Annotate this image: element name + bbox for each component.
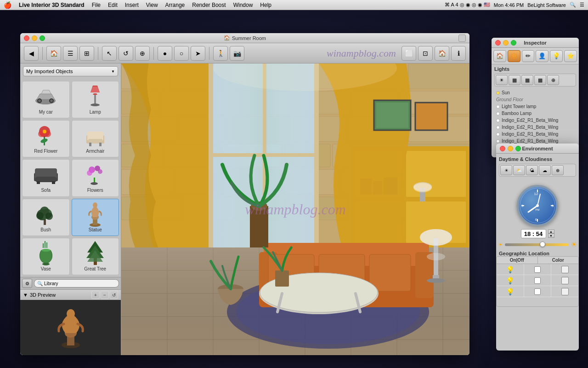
inspector-btn-bulb[interactable]: 💡 <box>550 50 563 62</box>
brightness-slider[interactable] <box>505 243 569 246</box>
object-item-great-tree[interactable]: Great Tree <box>72 238 119 275</box>
toolbar-person[interactable]: 🚶 <box>213 46 228 61</box>
preview-zoom-in[interactable]: + <box>91 291 100 299</box>
menu-insert[interactable]: Insert <box>125 2 139 8</box>
svg-text:6: 6 <box>535 218 537 222</box>
inspector-btn-house[interactable]: 🏠 <box>493 50 506 62</box>
toolbar-view2[interactable]: 🏠 <box>435 46 449 61</box>
lights-btn-plus[interactable]: ⊕ <box>547 75 559 85</box>
objects-dropdown[interactable]: My Imported Objects ▼ <box>23 66 118 76</box>
toolbar-info[interactable]: ℹ <box>451 46 466 61</box>
menu-help[interactable]: Help <box>260 2 271 8</box>
preview-zoom-out[interactable]: − <box>101 291 109 299</box>
toggle-1[interactable] <box>534 266 541 273</box>
object-item-lamp[interactable]: Lamp <box>72 81 119 118</box>
desktop: 🏠 Summer Room ◀ 🏠 ☰ ⊞ ↖ ↺ ⊕ ● ○ ➤ 🚶 📷 wi… <box>0 10 588 368</box>
toolbar-snap[interactable]: ⊕ <box>135 46 150 61</box>
inspector-btn-edit[interactable]: ✏ <box>522 50 535 62</box>
app-name[interactable]: Live Interior 3D Standard <box>19 2 85 8</box>
object-item-flowers[interactable]: Flowers <box>72 159 119 196</box>
env-close[interactable] <box>500 146 505 151</box>
object-item-statue[interactable]: Statue <box>72 199 119 236</box>
env-btn-day1[interactable]: ☀ <box>500 165 512 175</box>
time-stepper-down[interactable]: ▼ <box>548 234 554 238</box>
toggle-2[interactable] <box>534 277 541 284</box>
toolbar-list[interactable]: ☰ <box>63 46 78 61</box>
menu-view[interactable]: View <box>146 2 158 8</box>
svg-point-15 <box>43 130 46 133</box>
minimize-button[interactable] <box>32 35 37 41</box>
light-item-indigo-1[interactable]: Indigo_Ed2_R1_Beta_Wing <box>494 117 576 124</box>
color-swatch-3[interactable] <box>561 288 569 295</box>
toolbar-back[interactable]: ◀ <box>24 46 39 61</box>
window-resize[interactable] <box>458 34 466 42</box>
toolbar-select[interactable]: ↖ <box>102 46 117 61</box>
inspector-btn-star[interactable]: ⭐ <box>564 50 577 62</box>
svg-point-56 <box>67 309 75 318</box>
inspector-minimize[interactable] <box>503 40 509 46</box>
light-item-indigo-3[interactable]: Indigo_Ed2_R1_Beta_Wing <box>494 131 576 138</box>
light-item-indigo-2[interactable]: Indigo_Ed2_R1_Beta_Wing <box>494 124 576 131</box>
menubar-search-icon[interactable]: 🔍 <box>570 2 576 8</box>
lights-btn-sq1[interactable]: ▦ <box>509 75 520 85</box>
bulb-icon-3 <box>496 119 500 122</box>
slider-thumb[interactable] <box>540 242 545 247</box>
env-minimize[interactable] <box>508 146 513 151</box>
toolbar-3d-mode[interactable]: ⬜ <box>401 46 416 61</box>
lights-btn-sq2[interactable]: ▦ <box>521 75 533 85</box>
menu-render[interactable]: Render Boost <box>192 2 226 8</box>
close-button[interactable] <box>24 35 29 41</box>
object-thumb-my-car <box>32 83 60 109</box>
menu-arrange[interactable]: Arrange <box>165 2 185 8</box>
toolbar-arrow[interactable]: ➤ <box>191 46 205 61</box>
svg-rect-44 <box>45 241 45 248</box>
toolbar-sep3 <box>153 47 154 60</box>
env-btn-cloud3[interactable]: ☁ <box>539 165 551 175</box>
rsp-cell-color-3 <box>551 286 578 297</box>
time-stepper-up[interactable]: ▲ <box>548 230 554 234</box>
rsp-col-onoff: On|Off <box>497 257 538 264</box>
inspector-maximize[interactable] <box>511 40 516 46</box>
menubar-menu-icon[interactable]: ☰ <box>580 2 584 8</box>
lights-btn-sq3[interactable]: ▦ <box>534 75 546 85</box>
toolbar-circle[interactable]: ○ <box>174 46 189 61</box>
light-item-bamboo-lamp[interactable]: Bamboo Lamp <box>494 110 576 117</box>
object-item-my-car[interactable]: My car <box>22 81 70 118</box>
object-item-vase[interactable]: Vase <box>22 238 70 275</box>
object-item-red-flower[interactable]: Red Flower <box>22 120 70 157</box>
toolbar-grid[interactable]: ⊞ <box>79 46 94 61</box>
apple-menu[interactable]: 🍎 <box>4 1 11 9</box>
preview-header[interactable]: ▼ 3D Preview + − ↺ <box>20 290 121 300</box>
app-toolbar: ◀ 🏠 ☰ ⊞ ↖ ↺ ⊕ ● ○ ➤ 🚶 📷 winampblog.com ⬜… <box>20 43 469 63</box>
light-item-tower-lamp[interactable]: Light Tower lamp <box>494 103 576 110</box>
toolbar-dot[interactable]: ● <box>158 46 172 61</box>
time-input[interactable] <box>521 229 546 238</box>
object-item-sofa[interactable]: Sofa <box>22 159 70 196</box>
settings-icon[interactable]: ⚙ <box>22 279 32 288</box>
object-item-bush[interactable]: Bush <box>22 199 70 236</box>
toolbar-view1[interactable]: ⊡ <box>418 46 433 61</box>
inspector-btn-sun[interactable]: 🔆 <box>508 50 520 62</box>
toolbar-rotate[interactable]: ↺ <box>119 46 133 61</box>
menu-file[interactable]: File <box>92 2 101 8</box>
color-swatch-2[interactable] <box>561 277 569 284</box>
preview-refresh[interactable]: ↺ <box>110 291 118 299</box>
env-btn-cloud2[interactable]: 🌤 <box>526 165 538 175</box>
object-item-armchair[interactable]: Armchair <box>72 120 119 157</box>
env-btn-plus[interactable]: ⊕ <box>552 165 564 175</box>
toolbar-camera[interactable]: 📷 <box>230 46 244 61</box>
light-item-sun[interactable]: Sun <box>494 89 576 96</box>
maximize-button[interactable] <box>40 35 45 41</box>
env-btn-cloud1[interactable]: ⛅ <box>513 165 525 175</box>
env-maximize[interactable] <box>515 146 521 151</box>
menu-window[interactable]: Window <box>233 2 253 8</box>
inspector-btn-person[interactable]: 👤 <box>536 50 548 62</box>
inspector-close[interactable] <box>495 40 501 46</box>
color-swatch-1[interactable] <box>561 266 569 273</box>
toggle-3[interactable] <box>534 288 541 295</box>
lights-btn-sun[interactable]: ☀ <box>496 75 508 85</box>
menu-edit[interactable]: Edit <box>108 2 118 8</box>
light-label-indigo-3: Indigo_Ed2_R1_Beta_Wing <box>502 132 558 137</box>
toolbar-floor-plan[interactable]: 🏠 <box>46 46 61 61</box>
search-box[interactable]: 🔍 Library <box>34 279 119 288</box>
